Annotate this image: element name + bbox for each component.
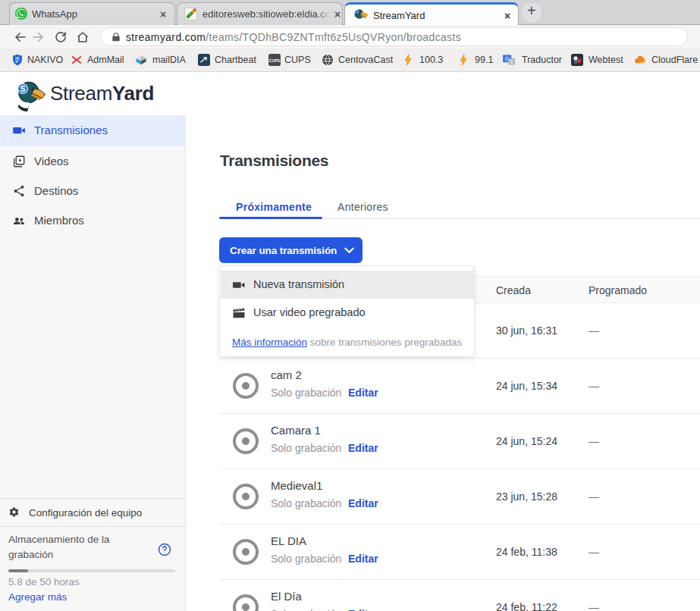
svg-text:文: 文 [510, 59, 514, 64]
svg-text:CUPS: CUPS [269, 58, 281, 63]
svg-text:S: S [20, 84, 25, 93]
